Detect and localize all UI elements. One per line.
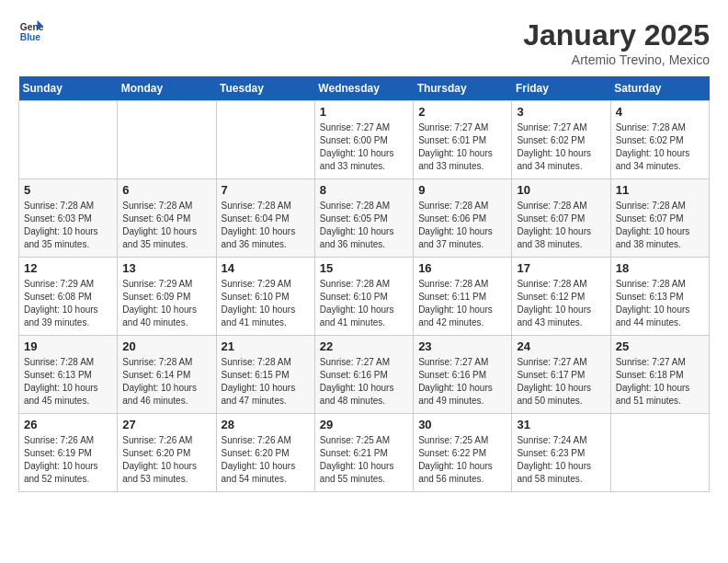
day-info: Sunrise: 7:28 AM Sunset: 6:13 PM Dayligh… [24,356,112,408]
day-number: 23 [418,339,506,353]
header-sunday: Sunday [19,76,118,101]
day-number: 2 [418,105,506,119]
calendar-cell: 19Sunrise: 7:28 AM Sunset: 6:13 PM Dayli… [19,336,118,414]
calendar-cell: 30Sunrise: 7:25 AM Sunset: 6:22 PM Dayli… [414,414,512,492]
day-number: 3 [517,105,605,119]
header-tuesday: Tuesday [216,76,314,101]
calendar-cell: 6Sunrise: 7:28 AM Sunset: 6:04 PM Daylig… [118,179,216,258]
calendar-week-row: 26Sunrise: 7:26 AM Sunset: 6:19 PM Dayli… [19,414,710,492]
day-info: Sunrise: 7:27 AM Sunset: 6:16 PM Dayligh… [320,356,408,408]
header-saturday: Saturday [610,76,709,101]
calendar-cell: 3Sunrise: 7:27 AM Sunset: 6:02 PM Daylig… [512,101,610,179]
day-number: 31 [517,418,605,431]
calendar-week-row: 1Sunrise: 7:27 AM Sunset: 6:00 PM Daylig… [19,101,710,179]
svg-text:Blue: Blue [20,32,41,42]
day-info: Sunrise: 7:28 AM Sunset: 6:10 PM Dayligh… [320,278,408,329]
day-number: 18 [616,261,704,275]
day-number: 12 [24,261,112,275]
calendar-cell [610,414,709,492]
calendar-cell: 10Sunrise: 7:28 AM Sunset: 6:07 PM Dayli… [512,179,610,258]
day-number: 29 [320,418,408,431]
day-info: Sunrise: 7:28 AM Sunset: 6:13 PM Dayligh… [616,278,704,329]
calendar-subtitle: Artemio Trevino, Mexico [523,52,710,67]
day-info: Sunrise: 7:28 AM Sunset: 6:05 PM Dayligh… [320,200,408,251]
calendar-title: January 2025 [523,18,710,52]
day-info: Sunrise: 7:28 AM Sunset: 6:03 PM Dayligh… [24,200,112,251]
day-number: 22 [320,339,408,353]
day-info: Sunrise: 7:24 AM Sunset: 6:23 PM Dayligh… [517,434,605,486]
logo: General Blue [18,18,44,44]
day-number: 7 [222,183,310,197]
day-info: Sunrise: 7:27 AM Sunset: 6:02 PM Dayligh… [517,121,605,173]
day-number: 19 [24,339,112,353]
calendar-header: Sunday Monday Tuesday Wednesday Thursday… [19,76,710,101]
calendar-cell: 7Sunrise: 7:28 AM Sunset: 6:04 PM Daylig… [216,179,314,258]
calendar-cell: 9Sunrise: 7:28 AM Sunset: 6:06 PM Daylig… [414,179,512,258]
calendar-cell: 22Sunrise: 7:27 AM Sunset: 6:16 PM Dayli… [314,336,413,414]
calendar-cell: 31Sunrise: 7:24 AM Sunset: 6:23 PM Dayli… [512,414,610,492]
title-block: January 2025 Artemio Trevino, Mexico [523,18,710,67]
day-info: Sunrise: 7:28 AM Sunset: 6:15 PM Dayligh… [222,356,310,408]
calendar-cell: 26Sunrise: 7:26 AM Sunset: 6:19 PM Dayli… [19,414,118,492]
calendar-cell: 14Sunrise: 7:29 AM Sunset: 6:10 PM Dayli… [216,258,314,336]
day-info: Sunrise: 7:28 AM Sunset: 6:14 PM Dayligh… [122,356,210,408]
calendar-cell: 8Sunrise: 7:28 AM Sunset: 6:05 PM Daylig… [314,179,413,258]
day-number: 4 [616,105,704,119]
calendar-cell: 23Sunrise: 7:27 AM Sunset: 6:16 PM Dayli… [414,336,512,414]
calendar-cell: 2Sunrise: 7:27 AM Sunset: 6:01 PM Daylig… [414,101,512,179]
day-number: 6 [122,183,210,197]
day-info: Sunrise: 7:25 AM Sunset: 6:21 PM Dayligh… [320,434,408,486]
day-number: 1 [320,105,408,119]
day-number: 28 [222,418,310,431]
calendar-cell [19,101,118,179]
header-thursday: Thursday [414,76,512,101]
day-info: Sunrise: 7:27 AM Sunset: 6:16 PM Dayligh… [418,356,506,408]
day-number: 14 [222,261,310,275]
day-info: Sunrise: 7:28 AM Sunset: 6:11 PM Dayligh… [418,278,506,329]
calendar-cell: 12Sunrise: 7:29 AM Sunset: 6:08 PM Dayli… [19,258,118,336]
calendar-cell: 4Sunrise: 7:28 AM Sunset: 6:02 PM Daylig… [610,101,709,179]
calendar-cell [216,101,314,179]
day-info: Sunrise: 7:28 AM Sunset: 6:07 PM Dayligh… [517,200,605,251]
day-number: 30 [418,418,506,431]
day-info: Sunrise: 7:26 AM Sunset: 6:20 PM Dayligh… [222,434,310,486]
day-number: 26 [24,418,112,431]
day-number: 5 [24,183,112,197]
page-header: General Blue January 2025 Artemio Trevin… [18,18,710,67]
day-number: 8 [320,183,408,197]
day-number: 13 [122,261,210,275]
day-info: Sunrise: 7:28 AM Sunset: 6:04 PM Dayligh… [122,200,210,251]
day-number: 15 [320,261,408,275]
calendar-cell: 24Sunrise: 7:27 AM Sunset: 6:17 PM Dayli… [512,336,610,414]
day-number: 24 [517,339,605,353]
calendar-cell: 18Sunrise: 7:28 AM Sunset: 6:13 PM Dayli… [610,258,709,336]
day-number: 9 [418,183,506,197]
header-wednesday: Wednesday [314,76,413,101]
calendar-cell: 5Sunrise: 7:28 AM Sunset: 6:03 PM Daylig… [19,179,118,258]
calendar-cell: 25Sunrise: 7:27 AM Sunset: 6:18 PM Dayli… [610,336,709,414]
day-info: Sunrise: 7:25 AM Sunset: 6:22 PM Dayligh… [418,434,506,486]
calendar-cell: 16Sunrise: 7:28 AM Sunset: 6:11 PM Dayli… [414,258,512,336]
day-info: Sunrise: 7:27 AM Sunset: 6:00 PM Dayligh… [320,121,408,173]
calendar-cell [118,101,216,179]
calendar-cell: 15Sunrise: 7:28 AM Sunset: 6:10 PM Dayli… [314,258,413,336]
day-info: Sunrise: 7:29 AM Sunset: 6:10 PM Dayligh… [222,278,310,329]
calendar-cell: 28Sunrise: 7:26 AM Sunset: 6:20 PM Dayli… [216,414,314,492]
calendar-week-row: 5Sunrise: 7:28 AM Sunset: 6:03 PM Daylig… [19,179,710,258]
day-info: Sunrise: 7:28 AM Sunset: 6:04 PM Dayligh… [222,200,310,251]
calendar-week-row: 19Sunrise: 7:28 AM Sunset: 6:13 PM Dayli… [19,336,710,414]
day-number: 20 [122,339,210,353]
day-info: Sunrise: 7:27 AM Sunset: 6:17 PM Dayligh… [517,356,605,408]
calendar-cell: 21Sunrise: 7:28 AM Sunset: 6:15 PM Dayli… [216,336,314,414]
day-number: 11 [616,183,704,197]
calendar-cell: 20Sunrise: 7:28 AM Sunset: 6:14 PM Dayli… [118,336,216,414]
day-number: 10 [517,183,605,197]
day-number: 21 [222,339,310,353]
day-number: 25 [616,339,704,353]
calendar-cell: 13Sunrise: 7:29 AM Sunset: 6:09 PM Dayli… [118,258,216,336]
header-friday: Friday [512,76,610,101]
day-info: Sunrise: 7:27 AM Sunset: 6:01 PM Dayligh… [418,121,506,173]
calendar-cell: 17Sunrise: 7:28 AM Sunset: 6:12 PM Dayli… [512,258,610,336]
day-info: Sunrise: 7:28 AM Sunset: 6:07 PM Dayligh… [616,200,704,251]
day-number: 16 [418,261,506,275]
